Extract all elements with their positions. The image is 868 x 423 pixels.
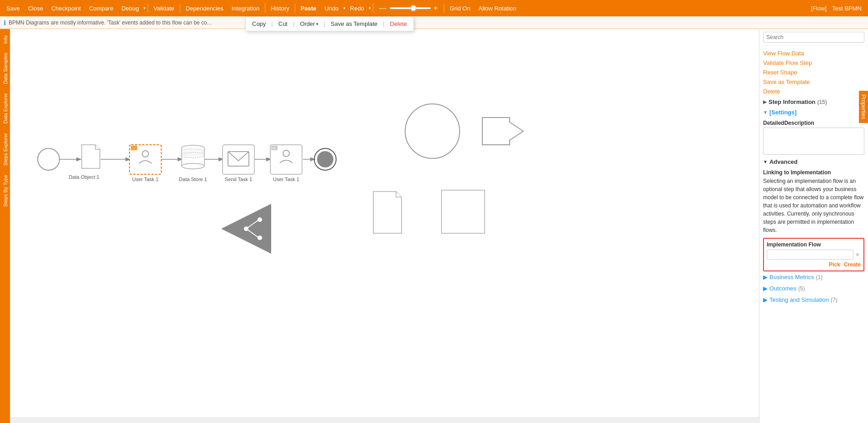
outcomes-section[interactable]: ▶ Outcomes (5) <box>763 283 864 294</box>
dependencies-button[interactable]: Dependencies <box>182 3 227 14</box>
flow-tag: [Flow] <box>811 5 827 12</box>
ctx-order[interactable]: Order ▾ <box>298 20 320 28</box>
svg-text:UT: UT <box>139 147 143 150</box>
advanced-section[interactable]: ▼ Advanced <box>763 156 864 167</box>
paste-button[interactable]: Paste <box>297 3 320 14</box>
test-bpmn-button[interactable]: Test BPMN <box>828 3 865 14</box>
linking-title: Linking to Implementation <box>763 169 864 176</box>
search-input[interactable] <box>763 32 864 43</box>
impl-flow-label: Implementation Flow <box>767 241 861 248</box>
canvas[interactable]: UT UT <box>10 29 759 423</box>
testing-count: (7) <box>831 297 838 303</box>
toolbar: Save Close Checkpoint Compare Debug ▾ Va… <box>0 0 868 16</box>
integration-button[interactable]: Integration <box>228 3 263 14</box>
validate-button[interactable]: Validate <box>150 3 178 14</box>
zoom-area: — + <box>378 4 439 12</box>
svg-point-17 <box>182 152 204 158</box>
business-metrics-section[interactable]: ▶ Business Metrics (1) <box>763 271 864 283</box>
validate-flow-step-link[interactable]: Validate Flow Step <box>763 58 864 68</box>
svg-text:UT: UT <box>272 147 276 150</box>
testing-section[interactable]: ▶ Testing and Simulation (7) <box>763 294 864 305</box>
business-metrics-toggle-icon: ▶ <box>763 274 768 280</box>
svg-point-15 <box>182 163 204 169</box>
ctx-copy[interactable]: Copy <box>250 20 268 28</box>
sidebar-item-steps-by-type[interactable]: Steps By Type <box>0 170 10 212</box>
outcomes-toggle-icon: ▶ <box>763 285 768 292</box>
step-info-count: (15) <box>817 99 827 105</box>
main-layout: Info Data Samples Data Explorer Steps Ex… <box>0 29 868 423</box>
step-info-toggle-icon: ▶ <box>763 99 767 104</box>
implementation-flow-box: Implementation Flow × Pick Create <box>763 238 864 271</box>
impl-flow-input-row: × <box>767 250 861 260</box>
save-as-template-link[interactable]: Save as Template <box>763 77 864 87</box>
separator <box>373 4 373 13</box>
testing-label: Testing and Simulation <box>769 296 829 303</box>
diagram-svg: UT UT <box>10 29 759 423</box>
settings-body: DetailedDescription <box>763 120 864 156</box>
zoom-slider[interactable] <box>390 7 431 9</box>
advanced-toggle-icon: ▼ <box>763 159 768 164</box>
ctx-delete[interactable]: Delete <box>388 20 409 28</box>
ctx-save-template[interactable]: Save as Template <box>329 20 379 28</box>
sidebar-item-data-explorer[interactable]: Data Explorer <box>0 89 10 128</box>
impl-flow-actions: Pick Create <box>767 261 861 268</box>
svg-text:Send Task 1: Send Task 1 <box>225 177 252 182</box>
save-button[interactable]: Save <box>3 3 24 14</box>
delete-link[interactable]: Delete <box>763 87 864 96</box>
svg-point-6 <box>38 148 60 170</box>
properties-tab-label[interactable]: Properties <box>859 91 868 123</box>
context-menu: Copy | Cut | Order ▾ | Save as Template … <box>245 16 414 31</box>
checkpoint-button[interactable]: Checkpoint <box>48 3 84 14</box>
sidebar-item-data-samples[interactable]: Data Samples <box>0 48 10 89</box>
advanced-body: Linking to Implementation Selecting an i… <box>763 169 864 271</box>
separator <box>180 4 180 13</box>
redo-button[interactable]: Redo <box>347 3 368 14</box>
testing-toggle-icon: ▶ <box>763 296 768 303</box>
linking-desc: Selecting an implementation flow is an o… <box>763 177 864 234</box>
separator <box>148 4 148 13</box>
detailed-desc-label: DetailedDescription <box>763 120 864 126</box>
grid-on-button[interactable]: Grid On <box>446 3 474 14</box>
outcomes-label: Outcomes <box>769 285 796 292</box>
separator <box>295 4 295 13</box>
impl-create-link[interactable]: Create <box>844 261 861 268</box>
svg-rect-9 <box>131 146 137 150</box>
impl-flow-input[interactable] <box>767 250 853 260</box>
zoom-out-button[interactable]: — <box>378 4 388 12</box>
business-metrics-label: Business Metrics <box>769 274 814 280</box>
svg-rect-34 <box>441 190 485 233</box>
search-box <box>759 29 868 46</box>
settings-label: [Settings] <box>769 109 797 116</box>
step-info-label: Step Information <box>769 98 815 105</box>
horizontal-scrollbar[interactable] <box>10 418 759 423</box>
outcomes-count: (5) <box>798 285 805 292</box>
separator <box>265 4 265 13</box>
ctx-cut[interactable]: Cut <box>277 20 289 28</box>
debug-arrow-icon: ▾ <box>144 6 146 10</box>
sidebar-item-info[interactable]: Info <box>0 31 10 48</box>
svg-text:User Task 1: User Task 1 <box>273 177 299 182</box>
info-icon: ℹ <box>4 19 6 26</box>
impl-pick-link[interactable]: Pick <box>829 261 840 268</box>
separator <box>444 4 444 13</box>
svg-point-26 <box>405 104 460 158</box>
undo-button[interactable]: Undo <box>321 3 342 14</box>
close-button[interactable]: Close <box>25 3 47 14</box>
compare-button[interactable]: Compare <box>85 3 117 14</box>
step-info-section[interactable]: ▶ Step Information (15) <box>763 96 864 107</box>
impl-flow-clear-button[interactable]: × <box>854 251 861 258</box>
debug-button[interactable]: Debug <box>118 3 142 14</box>
zoom-in-button[interactable]: + <box>432 4 439 12</box>
svg-rect-19 <box>228 152 249 166</box>
allow-rotation-button[interactable]: Allow Rotation <box>475 3 520 14</box>
left-sidebar: Info Data Samples Data Explorer Steps Ex… <box>0 29 10 423</box>
sidebar-item-steps-explorer[interactable]: Steps Explorer <box>0 128 10 170</box>
properties-content: View Flow Data Validate Flow Step Reset … <box>759 46 868 423</box>
svg-text:Data Store 1: Data Store 1 <box>179 177 207 182</box>
detailed-desc-input[interactable] <box>763 128 864 155</box>
view-flow-data-link[interactable]: View Flow Data <box>763 49 864 58</box>
infobar: ℹ BPMN Diagrams are mostly informative. … <box>0 16 868 29</box>
reset-shape-link[interactable]: Reset Shape <box>763 68 864 77</box>
settings-section[interactable]: ▼ [Settings] <box>763 107 864 117</box>
history-button[interactable]: History <box>267 3 293 14</box>
